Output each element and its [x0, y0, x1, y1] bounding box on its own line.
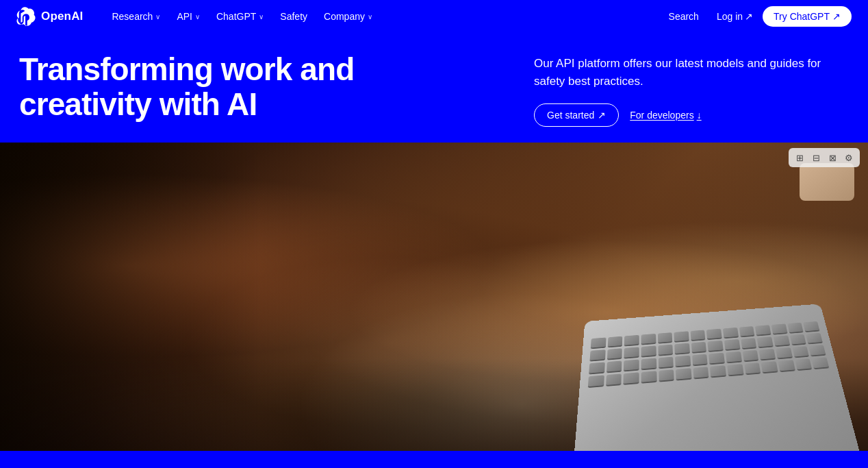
- nav-research[interactable]: Research ∨: [105, 7, 167, 26]
- arrow-icon: ↗: [745, 11, 753, 22]
- nav-company[interactable]: Company ∨: [317, 7, 379, 26]
- arrow-icon: ↓: [697, 110, 702, 121]
- image-toolbar: ⊞ ⊟ ⊠ ⚙: [789, 148, 860, 167]
- nav-right: Search Log in ↗ Try ChatGPT ↗: [661, 6, 852, 27]
- toolbar-settings-icon[interactable]: ⚙: [842, 151, 856, 164]
- hero-photo: [0, 143, 868, 451]
- arrow-icon: ↗: [598, 110, 606, 121]
- for-developers-button[interactable]: For developers ↓: [630, 110, 701, 121]
- nav-api[interactable]: API ∨: [170, 7, 207, 26]
- hero-right: Our API platform offers our latest model…: [534, 52, 849, 127]
- hero-buttons: Get started ↗ For developers ↓: [534, 103, 849, 127]
- toolbar-icon-2[interactable]: ⊟: [809, 151, 823, 164]
- hero-image-section: ⊞ ⊟ ⊠ ⚙: [0, 143, 868, 451]
- hero-title: Transforming work and creativity with AI: [19, 52, 403, 121]
- logo[interactable]: OpenAI: [16, 7, 83, 26]
- toolbar-icon-1[interactable]: ⊞: [793, 151, 806, 164]
- chevron-down-icon: ∨: [259, 13, 264, 21]
- hero-section: Transforming work and creativity with AI…: [0, 33, 868, 143]
- chevron-down-icon: ∨: [195, 13, 200, 21]
- hero-description: Our API platform offers our latest model…: [534, 55, 835, 90]
- chevron-down-icon: ∨: [368, 13, 372, 21]
- arrow-icon: ↗: [832, 11, 841, 22]
- nav-safety[interactable]: Safety: [273, 7, 314, 26]
- chevron-down-icon: ∨: [155, 13, 160, 21]
- nav-chatgpt[interactable]: ChatGPT ∨: [209, 7, 270, 26]
- search-button[interactable]: Search: [661, 7, 707, 26]
- navbar: OpenAI Research ∨ API ∨ ChatGPT ∨ Safety…: [0, 0, 868, 33]
- toolbar-icon-3[interactable]: ⊠: [826, 151, 839, 164]
- hero-left: Transforming work and creativity with AI: [19, 52, 493, 121]
- brand-name: OpenAI: [41, 10, 83, 23]
- try-chatgpt-button[interactable]: Try ChatGPT ↗: [763, 6, 852, 27]
- nav-links: Research ∨ API ∨ ChatGPT ∨ Safety Compan…: [105, 7, 660, 26]
- login-button[interactable]: Log in ↗: [710, 7, 760, 26]
- get-started-button[interactable]: Get started ↗: [534, 103, 619, 127]
- openai-logo-icon: [16, 7, 36, 26]
